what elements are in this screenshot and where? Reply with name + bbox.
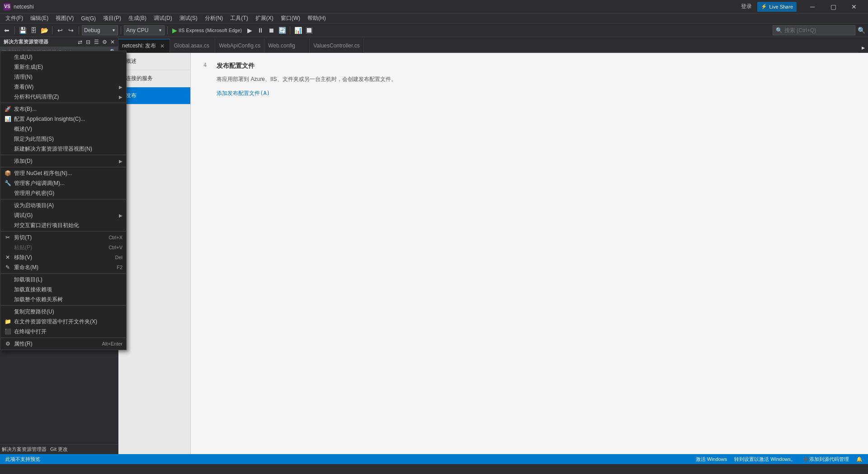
debug-config-combo[interactable]: Debug ▼ [82,25,118,35]
maximize-button[interactable]: ▢ [823,0,844,14]
minimize-button[interactable]: ─ [802,0,823,14]
ctx-manage-client-icon: 🔧 [4,180,11,186]
ctx-properties[interactable]: ⚙ 属性(R) Alt+Enter [0,339,126,349]
tab-webapi-config[interactable]: WebApiConfig.cs [215,39,264,52]
login-button[interactable]: 登录 [741,3,752,10]
menu-view[interactable]: 视图(V) [52,14,77,24]
ctx-appinsights-label: 配置 Application Insights(C)... [14,115,85,123]
sidebar-sync-btn[interactable]: ⇄ [76,38,84,46]
toolbar-undo-btn[interactable]: ↩ [55,25,65,35]
toolbar-save-all-btn[interactable]: 🗄 [28,25,38,35]
publish-sidebar-overview[interactable]: 概述 [118,53,190,70]
ctx-sep-8 [0,337,126,338]
ctx-copy-path[interactable]: 复制完整路径(U) [0,307,126,317]
ctx-view[interactable]: 查看(W) ▶ [0,82,126,92]
sidebar-settings-btn[interactable]: ⚙ [101,38,108,46]
toolbar-open-btn[interactable]: 📂 [39,25,49,35]
ctx-manage-client[interactable]: 🔧 管理客户端调调(M)... [0,178,126,188]
ctx-cut[interactable]: ✂ 剪切(T) Ctrl+X [0,232,126,242]
ctx-appinsights[interactable]: 📊 配置 Application Insights(C)... [0,114,126,124]
toolbar-sep-4 [121,26,121,34]
toolbar-redo-btn[interactable]: ↪ [66,25,76,35]
close-button[interactable]: ✕ [844,0,864,14]
toolbar-run-options-btn[interactable]: ▶ [245,25,255,35]
cpu-config-combo[interactable]: Any CPU ▼ [124,25,165,35]
status-notifications[interactable]: 🔔 [854,454,864,464]
menu-help[interactable]: 帮助(H) [304,14,330,24]
ctx-clean[interactable]: 清理(N) [0,72,126,82]
toolbar-sep-6 [290,26,290,34]
publish-title: 发布配置文件 [217,62,859,70]
ctx-init-interactive[interactable]: 对交互窗口进行项目初始化 [0,220,126,230]
menu-window[interactable]: 窗口(W) [277,14,304,24]
toolbar-layout-btn[interactable]: 🔲 [304,25,314,35]
ctx-debug-arrow: ▶ [119,213,123,218]
menu-project[interactable]: 项目(P) [99,14,125,24]
ctx-unload[interactable]: 卸载项目(L) [0,275,126,284]
ctx-manage-user[interactable]: 管理用户机密(G) [0,188,126,198]
ctx-appinsights-icon: 📊 [4,116,11,122]
ctx-scope[interactable]: 限定为此范围(S) [0,134,126,144]
ctx-remove[interactable]: ✕ 移除(V) Del [0,252,126,262]
toolbar-search-icon-btn[interactable]: 🔍 [856,25,866,35]
ctx-publish[interactable]: 🚀 发布(B)... [0,104,126,114]
ctx-add[interactable]: 添加(D) ▶ [0,156,126,166]
ctx-rebuild[interactable]: 重新生成(E) [0,62,126,72]
ctx-view-label: 查看(W) [14,83,33,91]
toolbar-profile-btn[interactable]: 📊 [293,25,303,35]
ctx-set-startup[interactable]: 设为启动项目(A) [0,200,126,210]
ctx-new-view[interactable]: 新建解决方案资源管理器视图(N) [0,144,126,154]
sidebar-bottom-solution[interactable]: 解决方案资源管理器 [2,446,47,453]
toolbar-back-btn[interactable]: ⬅ [2,25,12,35]
status-activate-windows[interactable]: 激活 Windows [694,454,729,464]
toolbar-pause-btn[interactable]: ⏸ [255,25,265,35]
tab-values-controller[interactable]: ValuesController.cs [310,39,364,52]
sidebar-close-btn[interactable]: ✕ [109,38,116,46]
publish-add-link[interactable]: 添加发布配置文件(A) [217,90,270,96]
publish-sidebar-publish[interactable]: 发布 [118,87,190,104]
ctx-add-label: 添加(D) [14,157,33,165]
ctx-load-all-deps[interactable]: 加载整个依赖关系树 [0,294,126,304]
toolbar-stop-btn[interactable]: ⏹ [266,25,276,35]
tab-global-asax[interactable]: Global.asax.cs [170,39,215,52]
publish-sidebar-connected[interactable]: 连接的服务 [118,70,190,87]
ctx-build[interactable]: 生成(U) [0,52,126,62]
toolbar-save-btn[interactable]: 💾 [18,25,28,35]
sidebar-filter-btn[interactable]: ☰ [93,38,100,46]
menu-extend[interactable]: 扩展(X) [252,14,277,24]
menu-file[interactable]: 文件(F) [2,14,27,24]
ctx-nuget[interactable]: 📦 管理 NuGet 程序包(N)... [0,168,126,178]
ctx-build-label: 生成(U) [14,53,33,61]
sidebar-bottom-git[interactable]: Git 更改 [50,446,68,453]
ctx-open-terminal[interactable]: ⬛ 在终端中打开 [0,327,126,337]
ctx-manage-client-label: 管理客户端调调(M)... [14,180,65,187]
tab-publish-close[interactable]: ✕ [159,43,166,50]
ctx-open-in-explorer[interactable]: 📁 在文件资源管理器中打开文件夹(X) [0,317,126,327]
status-goto-settings[interactable]: 转到设置以激活 Windows。 [732,454,797,464]
run-button[interactable]: ▶ IIS Express (Microsoft Edge) [170,27,244,34]
ctx-analyze-arrow: ▶ [119,95,123,100]
menu-edit[interactable]: 编辑(E) [27,14,52,24]
menu-debug[interactable]: 调试(D) [150,14,176,24]
toolbar-search-box[interactable]: 🔍 [773,25,855,35]
tab-web-config[interactable]: Web.config [264,39,310,52]
menu-tools[interactable]: 工具(T) [226,14,251,24]
ctx-debug-sub[interactable]: 调试(G) ▶ [0,210,126,220]
ctx-load-deps[interactable]: 加载直接依赖项 [0,284,126,294]
menu-build[interactable]: 生成(B) [125,14,150,24]
ctx-analyze[interactable]: 分析和代码清理(Z) ▶ [0,92,126,102]
menu-git[interactable]: Git(G) [77,14,99,24]
menu-analyze[interactable]: 分析(N) [201,14,227,24]
publish-panel: 概述 连接的服务 发布 4 发布配置文件 将应用部署到 Azure、IIS、文件… [118,53,868,454]
sidebar-collapse-btn[interactable]: ⊟ [85,38,92,46]
ctx-rename-shortcut: F2 [117,265,123,270]
ctx-overview[interactable]: 概述(V) [0,124,126,134]
search-input[interactable] [784,27,852,33]
status-no-preview[interactable]: 此项不支持预览 [4,454,42,464]
ctx-rename[interactable]: ✎ 重命名(M) F2 [0,262,126,272]
status-add-source-control[interactable]: ➕ 添加到源代码管理 [801,454,851,464]
toolbar-refresh-btn[interactable]: 🔄 [277,25,287,35]
liveshare-button[interactable]: ⚡ Live Share [757,2,797,12]
tab-scroll-right[interactable]: ▸ [858,43,868,52]
menu-test[interactable]: 测试(S) [176,14,201,24]
